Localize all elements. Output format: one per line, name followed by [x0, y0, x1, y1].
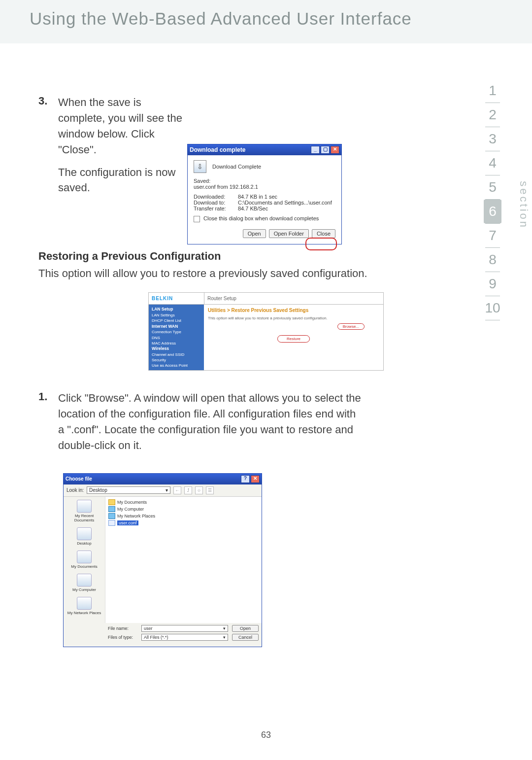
- chevron-down-icon: ▾: [166, 487, 168, 493]
- nav-item[interactable]: Channel and SSID: [152, 352, 201, 357]
- restore-heading: Restoring a Previous Configuration: [38, 250, 494, 263]
- filetype-select[interactable]: All Files (*.*)▾: [141, 634, 228, 641]
- browse-button[interactable]: Browse...: [337, 323, 365, 330]
- close-button[interactable]: Close: [312, 229, 335, 238]
- step-number: 3.: [38, 95, 58, 107]
- download-icon: ⇩: [194, 160, 206, 173]
- file-icon: [108, 520, 115, 526]
- nav-item[interactable]: MAC Address: [152, 341, 201, 346]
- back-icon[interactable]: ←: [173, 486, 181, 494]
- place-my-computer[interactable]: My Computer: [65, 574, 104, 592]
- dl-row-label: Download to:: [194, 200, 232, 206]
- minimize-icon[interactable]: _: [311, 146, 320, 154]
- filename-label: File name:: [108, 626, 137, 631]
- lookin-value: Desktop: [89, 487, 107, 493]
- router-sidebar: LAN Setup LAN Settings DHCP Client List …: [149, 305, 204, 370]
- step3-para1: When the save is complete, you will see …: [58, 95, 191, 158]
- breadcrumb: Utilities > Restore Previous Saved Setti…: [208, 308, 379, 313]
- restore-button[interactable]: Restore: [277, 335, 310, 343]
- open-button[interactable]: Open: [243, 229, 266, 238]
- chevron-down-icon: ▾: [223, 626, 226, 631]
- dl-row-label: Downloaded:: [194, 194, 232, 200]
- filename-input[interactable]: user▾: [141, 625, 228, 632]
- filetype-label: Files of type:: [108, 635, 137, 640]
- nav-item[interactable]: LAN Setup: [152, 307, 201, 312]
- dl-row-label: Transfer rate:: [194, 206, 232, 211]
- computer-icon: [108, 506, 115, 512]
- close-icon[interactable]: ✕: [251, 475, 260, 483]
- place-my-network[interactable]: My Network Places: [65, 597, 104, 615]
- open-button[interactable]: Open: [232, 625, 259, 632]
- page: Using the Web-Based Advanced User Interf…: [0, 0, 532, 760]
- place-recent[interactable]: My Recent Documents: [65, 500, 104, 522]
- place-my-documents[interactable]: My Documents: [65, 551, 104, 569]
- dialog-title: Download complete: [190, 146, 245, 153]
- close-icon[interactable]: ✕: [331, 146, 339, 154]
- step-1: 1. Click "Browse". A window will open th…: [38, 390, 494, 453]
- dialog-titlebar[interactable]: Download complete _ ▢ ✕: [188, 144, 341, 155]
- saved-label: Saved:: [194, 178, 335, 184]
- download-complete-dialog: Download complete _ ▢ ✕ ⇩ Download Compl…: [187, 144, 342, 244]
- help-icon[interactable]: ?: [241, 475, 250, 483]
- network-icon: [108, 513, 115, 519]
- nav-item[interactable]: Security: [152, 357, 201, 363]
- chooser-titlebar[interactable]: Choose file ? ✕: [64, 474, 262, 484]
- step1-text: Click "Browse". A window will open that …: [58, 390, 364, 453]
- step3-para2: The configuration is now saved.: [58, 165, 191, 196]
- nav-item[interactable]: Connection Type: [152, 329, 201, 335]
- lookin-select[interactable]: Desktop ▾: [87, 486, 170, 494]
- page-number: 63: [0, 730, 532, 740]
- page-title: Using the Web-Based Advanced User Interf…: [30, 9, 532, 29]
- step-number: 1.: [38, 390, 58, 403]
- list-item[interactable]: My Documents: [108, 499, 259, 506]
- lookin-label: Look in:: [66, 487, 84, 493]
- views-icon[interactable]: ☰: [206, 486, 214, 494]
- cancel-button[interactable]: Cancel: [232, 634, 259, 641]
- saved-value: user.conf from 192.168.2.1: [194, 184, 335, 190]
- restore-intro: This option will allow you to restore a …: [38, 266, 494, 281]
- dl-row-value: 84.7 KB/Sec: [238, 206, 268, 211]
- maximize-icon[interactable]: ▢: [321, 146, 330, 154]
- places-bar: My Recent Documents Desktop My Documents…: [64, 497, 105, 623]
- checkbox-label: Close this dialog box when download comp…: [203, 215, 319, 221]
- chevron-down-icon: ▾: [223, 635, 226, 640]
- nav-item[interactable]: Internet WAN: [152, 324, 201, 330]
- nav-item[interactable]: DHCP Client List: [152, 318, 201, 323]
- nav-item[interactable]: LAN Settings: [152, 312, 201, 318]
- dl-row-value: C:\Documents and Settings...\user.conf: [238, 200, 332, 206]
- choose-file-dialog: Choose file ? ✕ Look in: Desktop ▾ ← ⤴ ☆…: [63, 473, 262, 647]
- place-desktop[interactable]: Desktop: [65, 527, 104, 546]
- dl-row-value: 84.7 KB in 1 sec: [238, 194, 277, 200]
- router-brand: BELKIN: [149, 293, 204, 304]
- router-header: Router Setup: [204, 293, 239, 304]
- list-item[interactable]: My Network Places: [108, 513, 259, 519]
- nav-item[interactable]: Use as Access Point: [152, 363, 201, 368]
- new-folder-icon[interactable]: ☆: [195, 486, 203, 494]
- nav-item[interactable]: DNS: [152, 335, 201, 341]
- file-list[interactable]: My Documents My Computer My Network Plac…: [105, 497, 262, 623]
- router-desc: This option will allow you to restore a …: [208, 316, 379, 320]
- download-head-text: Download Complete: [212, 164, 261, 170]
- router-admin-panel: BELKIN Router Setup LAN Setup LAN Settin…: [148, 292, 384, 371]
- chooser-title-text: Choose file: [66, 476, 92, 482]
- up-folder-icon[interactable]: ⤴: [184, 486, 192, 494]
- title-band: Using the Web-Based Advanced User Interf…: [0, 0, 532, 45]
- open-folder-button[interactable]: Open Folder: [269, 229, 309, 238]
- list-item[interactable]: user.conf: [108, 519, 259, 526]
- checkbox[interactable]: [194, 216, 200, 222]
- nav-item[interactable]: Wireless: [152, 346, 201, 352]
- list-item[interactable]: My Computer: [108, 506, 259, 513]
- folder-icon: [108, 499, 115, 505]
